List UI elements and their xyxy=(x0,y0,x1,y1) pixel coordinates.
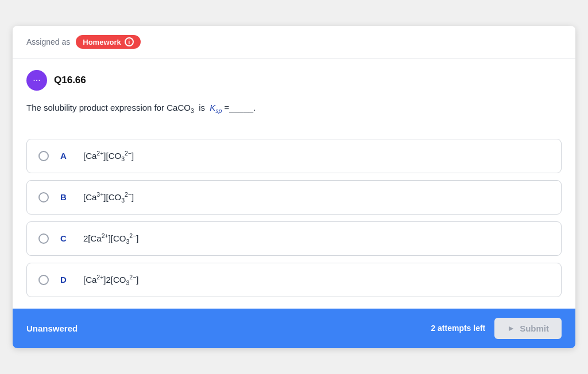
footer: Unanswered 2 attempts left ► Submit xyxy=(13,309,575,348)
radio-d[interactable] xyxy=(38,275,49,285)
info-icon: i xyxy=(125,37,134,46)
chat-icon: ··· xyxy=(33,75,40,85)
option-content-c: 2[Ca2+][CO32−] xyxy=(83,232,139,245)
question-icon: ··· xyxy=(26,70,47,91)
question-text: The solubility product expression for Ca… xyxy=(26,101,562,116)
option-letter-c: C xyxy=(60,233,72,243)
radio-b[interactable] xyxy=(38,192,49,202)
homework-badge-label: Homework xyxy=(83,38,121,46)
submit-button[interactable]: ► Submit xyxy=(494,318,562,339)
footer-right: 2 attempts left ► Submit xyxy=(431,318,562,339)
submit-label: Submit xyxy=(520,324,549,333)
option-content-b: [Ca3+][CO32−] xyxy=(83,191,134,204)
header: Assigned as Homework i xyxy=(13,26,575,59)
send-icon: ► xyxy=(507,324,515,333)
option-content-d: [Ca2+]2[CO32−] xyxy=(83,274,139,286)
unanswered-label: Unanswered xyxy=(26,324,78,333)
question-id-row: ··· Q16.66 xyxy=(26,70,562,91)
radio-c[interactable] xyxy=(38,233,49,244)
assigned-label: Assigned as xyxy=(26,37,70,46)
attempts-label: 2 attempts left xyxy=(431,324,485,333)
option-letter-b: B xyxy=(60,192,72,202)
option-row-d[interactable]: D [Ca2+]2[CO32−] xyxy=(26,263,562,297)
option-content-a: [Ca2+][CO32−] xyxy=(83,150,134,162)
option-row-c[interactable]: C 2[Ca2+][CO32−] xyxy=(26,221,562,256)
option-letter-d: D xyxy=(60,275,72,285)
question-id: Q16.66 xyxy=(54,75,86,86)
options-container: A [Ca2+][CO32−] B [Ca3+][CO32−] C 2[Ca2+… xyxy=(13,139,575,309)
question-card: Assigned as Homework i ··· Q16.66 The so… xyxy=(13,26,575,348)
homework-badge: Homework i xyxy=(76,35,140,49)
option-row-b[interactable]: B [Ca3+][CO32−] xyxy=(26,180,562,215)
question-section: ··· Q16.66 The solubility product expres… xyxy=(13,59,575,139)
ksp-variable: Ksp xyxy=(210,103,222,112)
option-row-a[interactable]: A [Ca2+][CO32−] xyxy=(26,139,562,173)
option-letter-a: A xyxy=(60,151,72,161)
radio-a[interactable] xyxy=(38,151,49,161)
